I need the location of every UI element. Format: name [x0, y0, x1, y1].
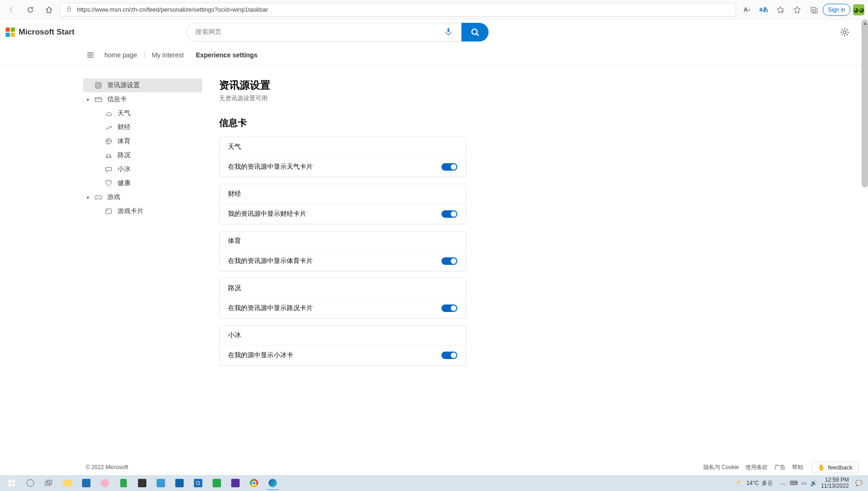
- feed-settings-title: 资讯源设置: [219, 78, 466, 92]
- card-xiaobing: 小冰 在我的源中显示小冰卡: [219, 325, 466, 366]
- tray-volume-icon[interactable]: 🔊: [810, 480, 817, 486]
- sidebar-item-weather[interactable]: 天气: [83, 106, 202, 120]
- cortana-button[interactable]: [21, 476, 39, 490]
- start-button[interactable]: [3, 476, 21, 490]
- signin-button[interactable]: Sign in: [823, 4, 850, 16]
- taskbar-explorer[interactable]: [59, 476, 76, 490]
- main-panel: 资讯源设置 无资讯源设置可用 信息卡 天气 在我的资讯源中显示天气卡片 财经 我…: [219, 78, 466, 459]
- nav-hamburger-button[interactable]: [83, 48, 98, 62]
- sidebar-label: 体育: [117, 137, 131, 145]
- taskbar-sticky-notes[interactable]: [133, 476, 151, 490]
- task-view-button[interactable]: [40, 476, 58, 490]
- svg-text:+: +: [782, 9, 784, 14]
- footer-ads[interactable]: 广告: [774, 463, 785, 471]
- taskbar-app6[interactable]: [227, 476, 244, 490]
- footer-help[interactable]: 帮助: [792, 463, 803, 471]
- sidebar-item-xiaobing[interactable]: 小冰: [83, 162, 202, 176]
- sidebar-item-game-cards[interactable]: 游戏卡片: [83, 204, 202, 218]
- favorites-icon[interactable]: [789, 2, 805, 18]
- site-header: Microsoft Start 搜索网页: [0, 20, 868, 45]
- search-button[interactable]: [462, 23, 489, 41]
- settings-sidebar: 资讯源设置 ▾ 信息卡 天气 财经 体育 路况 小冰 健康: [83, 78, 202, 459]
- taskbar-app2[interactable]: [115, 476, 132, 490]
- svg-rect-0: [68, 8, 71, 11]
- sidebar-item-info-card[interactable]: ▾ 信息卡: [83, 92, 202, 106]
- sidebar-item-finance[interactable]: 财经: [83, 120, 202, 134]
- sidebar-item-games[interactable]: ▾ 游戏: [83, 190, 202, 204]
- taskbar-edge[interactable]: [264, 476, 282, 490]
- tray-chevron-icon[interactable]: ︿: [780, 479, 786, 487]
- footer-privacy[interactable]: 隐私与 Cookie: [703, 463, 739, 471]
- read-aloud-icon[interactable]: A»: [739, 2, 755, 18]
- finance-toggle[interactable]: [441, 210, 457, 218]
- header-settings-button[interactable]: [836, 24, 853, 41]
- taskbar-store[interactable]: [77, 476, 95, 490]
- svg-point-13: [107, 210, 108, 211]
- taskbar-app4[interactable]: [171, 476, 188, 490]
- traffic-toggle[interactable]: [441, 304, 457, 312]
- taskbar-app3[interactable]: [152, 476, 170, 490]
- scroll-up-arrow-icon[interactable]: ▲: [863, 21, 868, 26]
- svg-point-10: [107, 156, 108, 157]
- sidebar-item-health[interactable]: 健康: [83, 176, 202, 190]
- weather-temp: 14°C: [746, 480, 759, 486]
- lock-green-icon: [120, 479, 127, 487]
- svg-rect-6: [96, 83, 101, 88]
- home-button[interactable]: [41, 2, 57, 18]
- back-button[interactable]: [4, 2, 20, 18]
- nav-experience-settings[interactable]: Experience settings: [196, 51, 257, 59]
- favorite-star-icon[interactable]: +: [772, 2, 788, 18]
- sidebar-item-sports[interactable]: 体育: [83, 134, 202, 148]
- card-icon: [94, 95, 103, 104]
- taskview-icon: [45, 480, 53, 486]
- weather-toggle[interactable]: [441, 163, 457, 171]
- brand-logo[interactable]: Microsoft Start: [6, 28, 75, 37]
- folder-icon: [63, 480, 72, 486]
- search-input[interactable]: 搜索网页: [186, 23, 462, 41]
- feedback-button[interactable]: ✋ feedback: [812, 462, 859, 473]
- tray-ime-icon[interactable]: ⌨: [790, 480, 798, 486]
- microphone-icon[interactable]: [444, 28, 453, 37]
- caret-down-icon: ▾: [87, 195, 89, 200]
- svg-rect-18: [45, 482, 50, 485]
- taskbar-chrome[interactable]: [245, 476, 263, 490]
- weather-icon: [104, 109, 113, 118]
- url-text: https://www.msn.cn/zh-cn/feed/personaliz…: [77, 6, 730, 13]
- card-icon: [104, 207, 113, 215]
- sports-toggle[interactable]: [441, 257, 457, 265]
- taskbar-weather[interactable]: ⛅ 14°C 多云: [733, 479, 777, 487]
- svg-point-9: [106, 138, 111, 144]
- outlook-icon: O: [194, 479, 202, 487]
- svg-rect-19: [47, 480, 52, 484]
- toggle-label: 在我的源中显示小冰卡: [228, 351, 293, 360]
- sidebar-item-traffic[interactable]: 路况: [83, 148, 202, 162]
- notes-icon: [138, 479, 146, 487]
- taskbar-outlook[interactable]: O: [189, 476, 207, 490]
- feedback-label: feedback: [828, 464, 853, 471]
- refresh-button[interactable]: [22, 2, 38, 18]
- taskbar-app5[interactable]: [208, 476, 226, 490]
- action-center-icon[interactable]: 💬: [855, 480, 862, 486]
- scrollbar-thumb[interactable]: [861, 20, 868, 187]
- nav-home[interactable]: home page: [104, 51, 137, 59]
- taskbar-app1[interactable]: [96, 476, 114, 490]
- system-tray: ⛅ 14°C 多云 ︿ ⌨ ▭ 🔊 12:59 PM 11/13/2022 💬: [733, 477, 865, 489]
- card-title: 财经: [220, 184, 466, 204]
- profile-avatar[interactable]: ◕◕: [853, 4, 864, 15]
- svg-point-5: [843, 31, 846, 34]
- sidebar-item-feed-settings[interactable]: 资讯源设置: [83, 78, 202, 92]
- footer-terms[interactable]: 使用条款: [745, 463, 768, 471]
- collections-icon[interactable]: [806, 2, 822, 18]
- tray-battery-icon[interactable]: ▭: [801, 480, 806, 486]
- sidebar-label: 游戏卡片: [117, 207, 144, 215]
- taskbar-clock[interactable]: 12:59 PM 11/13/2022: [821, 477, 849, 489]
- nav-my-interest[interactable]: My interest: [152, 51, 184, 59]
- lock-icon: [66, 6, 72, 14]
- svg-point-4: [472, 29, 477, 34]
- hamburger-icon: [86, 51, 95, 59]
- page-footer: © 2022 Microsoft 隐私与 Cookie 使用条款 广告 帮助 ✋…: [0, 459, 868, 475]
- address-bar[interactable]: https://www.msn.cn/zh-cn/feed/personaliz…: [60, 3, 736, 17]
- xiaobing-toggle[interactable]: [441, 352, 457, 359]
- sidebar-label: 信息卡: [107, 95, 127, 104]
- translate-icon[interactable]: aあ: [756, 2, 772, 18]
